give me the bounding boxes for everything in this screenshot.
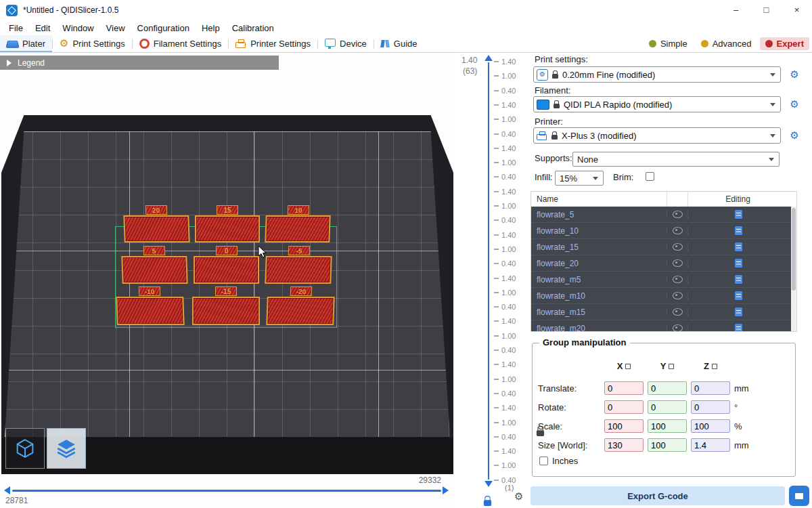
layer-slider[interactable] <box>488 62 489 480</box>
edit-icon[interactable] <box>735 242 742 251</box>
print-settings-combo[interactable]: ⚙ 0.20mm Fine (modified) <box>533 66 781 83</box>
print-object[interactable]: 5 <box>121 256 187 284</box>
column-name[interactable]: Name <box>531 192 667 207</box>
gcode-slider-left-arrow-icon[interactable] <box>4 486 10 494</box>
print-object[interactable]: -5 <box>265 256 332 284</box>
print-object[interactable]: -15 <box>192 297 260 325</box>
printer-combo[interactable]: X-Plus 3 (modified) <box>533 127 781 144</box>
legend-bar[interactable]: Legend <box>0 56 279 70</box>
minimize-button[interactable]: – <box>721 0 751 20</box>
scrollbar-thumb[interactable] <box>792 208 796 291</box>
mode-expert[interactable]: Expert <box>760 37 809 50</box>
tick-mark <box>494 292 499 293</box>
menu-item-calibration[interactable]: Calibration <box>226 23 280 33</box>
filament-combo[interactable]: QIDI PLA Rapido (modified) <box>533 96 781 112</box>
eye-icon[interactable] <box>673 243 683 251</box>
print-object[interactable]: -10 <box>116 297 184 325</box>
print-settings-gear-button[interactable]: ⚙ <box>788 68 801 81</box>
tab-device[interactable]: Device <box>318 35 374 52</box>
object-row[interactable]: flowrate_20 <box>531 255 791 272</box>
print-object[interactable]: 15 <box>195 215 260 242</box>
cell <box>687 226 788 235</box>
maximize-button[interactable]: □ <box>751 0 782 20</box>
edit-icon[interactable] <box>735 226 742 235</box>
eye-icon[interactable] <box>673 276 683 283</box>
mode-advanced[interactable]: Advanced <box>696 37 757 50</box>
filament-gear-button[interactable]: ⚙ <box>788 98 801 111</box>
menu-item-edit[interactable]: Edit <box>29 23 56 33</box>
translate-y-input[interactable] <box>648 381 687 395</box>
tab-printer-settings[interactable]: Printer Settings <box>229 35 317 52</box>
menu-item-configuration[interactable]: Configuration <box>131 23 196 33</box>
eye-icon[interactable] <box>673 211 683 218</box>
layer-slider-down-arrow-icon[interactable] <box>484 481 493 487</box>
tab-guide[interactable]: Guide <box>374 35 424 52</box>
object-row[interactable]: flowrate_15 <box>531 239 791 255</box>
print-object[interactable]: 0 <box>194 256 259 284</box>
translate-z-input[interactable] <box>691 381 730 395</box>
object-row[interactable]: flowrate_m15 <box>531 304 791 320</box>
size-x-input[interactable] <box>604 438 644 452</box>
view-layers-button[interactable] <box>47 428 86 469</box>
tab-filament-settings[interactable]: Filament Settings <box>133 35 228 52</box>
uniform-scale-lock-icon[interactable] <box>537 430 544 436</box>
translate-x-input[interactable] <box>604 381 644 395</box>
size-y-input[interactable] <box>648 438 687 452</box>
list-scrollbar[interactable] <box>791 207 796 331</box>
object-row[interactable]: flowrate_5 <box>531 207 791 223</box>
scale-z-input[interactable] <box>691 419 730 433</box>
print-object[interactable]: 20 <box>123 215 189 242</box>
eye-icon[interactable] <box>673 308 683 316</box>
close-button[interactable]: × <box>782 0 812 20</box>
export-gcode-button[interactable]: Export G-code <box>531 486 785 505</box>
inches-checkbox[interactable] <box>539 457 548 465</box>
send-to-device-icon[interactable] <box>789 486 809 506</box>
eye-icon[interactable] <box>673 292 683 299</box>
edit-icon[interactable] <box>735 210 742 219</box>
tick-mark <box>494 104 499 106</box>
edit-icon[interactable] <box>735 308 742 316</box>
gcode-slider[interactable] <box>12 490 441 492</box>
viewport-3d[interactable]: 20 15 10 5 0 -5 -10 -15 -20 Legend <box>0 53 455 508</box>
tab-plater[interactable]: Plater <box>0 35 52 52</box>
brim-checkbox[interactable] <box>646 172 654 181</box>
tab-print-settings[interactable]: ⚙ Print Settings <box>53 35 132 52</box>
rotate-y-input[interactable] <box>648 400 687 414</box>
print-object[interactable]: -20 <box>266 297 334 325</box>
print-object[interactable]: 10 <box>265 215 330 242</box>
edit-icon[interactable] <box>735 259 742 268</box>
layer-lock-icon[interactable] <box>484 500 491 506</box>
object-row[interactable]: flowrate_m10 <box>531 288 791 304</box>
column-visibility[interactable] <box>667 192 687 207</box>
menu-item-window[interactable]: Window <box>56 23 99 33</box>
scale-x-input[interactable] <box>604 419 644 433</box>
edit-icon[interactable] <box>735 275 742 284</box>
gcode-slider-right-arrow-icon[interactable] <box>443 486 449 494</box>
object-row[interactable]: flowrate_m5 <box>531 272 791 288</box>
layer-tick: 1.00 <box>494 246 516 253</box>
object-row[interactable]: flowrate_10 <box>531 223 791 239</box>
menu-item-help[interactable]: Help <box>196 23 226 33</box>
infill-combo[interactable]: 15% <box>555 171 604 186</box>
eye-icon[interactable] <box>673 324 683 331</box>
eye-icon[interactable] <box>673 259 683 267</box>
printer-gear-button[interactable]: ⚙ <box>788 129 801 142</box>
cell <box>667 259 687 267</box>
eye-icon[interactable] <box>673 227 683 234</box>
size-z-input[interactable] <box>691 438 730 452</box>
view-3d-button[interactable] <box>5 428 45 469</box>
edit-icon[interactable] <box>735 291 742 300</box>
layer-slider-up-arrow-icon[interactable] <box>484 55 493 61</box>
column-editing[interactable]: Editing <box>687 192 788 207</box>
menu-item-view[interactable]: View <box>100 23 131 33</box>
edit-icon[interactable] <box>735 324 742 331</box>
scale-y-input[interactable] <box>648 419 687 433</box>
rotate-z-input[interactable] <box>691 400 730 414</box>
layer-tick: 1.00 <box>494 419 516 426</box>
object-row[interactable]: flowrate_m20 <box>531 320 791 331</box>
layer-settings-gear-icon[interactable]: ⚙ <box>514 492 523 502</box>
supports-combo[interactable]: None <box>572 152 780 167</box>
rotate-x-input[interactable] <box>604 400 644 414</box>
menu-item-file[interactable]: File <box>3 23 29 33</box>
mode-simple[interactable]: Simple <box>644 37 693 50</box>
